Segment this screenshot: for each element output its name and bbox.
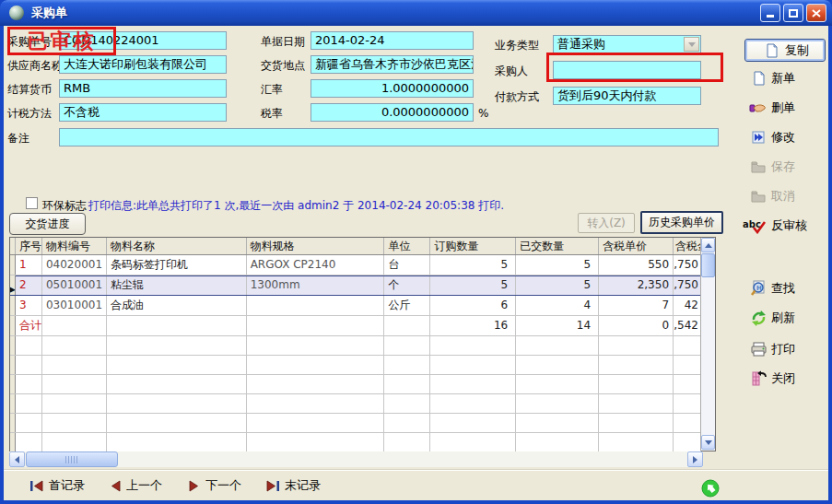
close-button[interactable]	[806, 4, 826, 22]
supplier-label: 供应商名称	[7, 58, 63, 74]
col-header-seq[interactable]: 序号	[16, 238, 42, 254]
price-history-button[interactable]: 历史采购单价	[640, 211, 723, 234]
row-indicator-cell	[10, 316, 16, 335]
last-record-icon	[265, 480, 280, 492]
currency-field[interactable]: RMB	[59, 79, 227, 98]
cell-unit	[384, 316, 430, 335]
supplier-field[interactable]: 大连大诺印刷包装有限公司	[59, 55, 227, 74]
save-button[interactable]: 保存	[748, 157, 795, 177]
print-label: 打印	[771, 341, 795, 357]
transfer-button[interactable]: 转入(Z)	[578, 213, 635, 233]
cancel-icon	[748, 187, 768, 205]
unapprove-button[interactable]: abc 反审核	[743, 216, 807, 236]
row-indicator-cell	[10, 255, 16, 275]
tax-rate-field[interactable]: 0.0000000000	[311, 103, 474, 122]
close-window-button[interactable]: 关闭	[748, 369, 795, 389]
thumb-grip	[65, 456, 78, 463]
col-header-unit[interactable]: 单位	[384, 238, 430, 254]
cancel-label: 取消	[771, 188, 795, 205]
scroll-up-button[interactable]	[701, 238, 715, 252]
doc-date-label: 单据日期	[261, 34, 305, 50]
table-row-selected[interactable]: ▶ 2 05010001 粘尘辊 1300mm 个 5 5 2,350 11,7…	[10, 275, 701, 296]
cell-order-qty: 5	[430, 275, 516, 295]
table-row[interactable]: 3 03010001 合成油 公斤 6 4 7 42	[10, 296, 701, 316]
eco-checkbox[interactable]	[26, 197, 38, 209]
refresh-button[interactable]: 刷新	[748, 308, 795, 328]
horizontal-scroll-thumb[interactable]	[26, 451, 118, 467]
payment-field[interactable]: 货到后90天内付款	[553, 87, 701, 105]
print-info-text: 打印信息:此单总共打印了1 次,最近一次由 admin2 于 2014-02-2…	[88, 198, 504, 214]
minimize-button[interactable]	[760, 4, 780, 22]
copy-button[interactable]: 复制	[744, 39, 826, 62]
table-vertical-scrollbar[interactable]	[700, 238, 715, 451]
tax-method-field[interactable]: 不含税	[59, 103, 227, 122]
exchange-rate-field[interactable]: 1.0000000000	[311, 79, 474, 98]
table-empty-row	[10, 375, 701, 394]
first-record-button[interactable]: 首记录	[29, 477, 85, 494]
refresh-label: 刷新	[771, 310, 795, 326]
new-doc-button[interactable]: 新单	[748, 68, 795, 88]
col-header-order-qty[interactable]: 订购数量	[430, 238, 516, 254]
table-row[interactable]: 1 04020001 条码标签打印机 ARGOX CP2140 台 5 5 55…	[10, 255, 701, 275]
col-header-unit-price[interactable]: 含税单价	[599, 238, 674, 254]
doc-date-field[interactable]: 2014-02-24	[311, 31, 474, 50]
col-header-name[interactable]: 物料名称	[107, 238, 247, 254]
maximize-button[interactable]	[783, 4, 803, 22]
tax-rate-label: 税率	[261, 106, 283, 122]
cell-total-label: 合计	[16, 316, 42, 335]
maximize-icon	[789, 9, 798, 18]
modify-label: 修改	[771, 129, 795, 146]
delete-doc-button[interactable]: 删单	[748, 98, 795, 118]
cell-total-delivered-qty: 14	[516, 316, 599, 335]
cell-total-unit-price: 0	[599, 316, 674, 335]
cell-seq: 2	[16, 275, 42, 295]
cell-unit-price: 7	[599, 296, 674, 315]
approved-stamp: 已审核	[7, 27, 116, 55]
cell-order-qty: 6	[430, 296, 516, 315]
cell-code: 04020001	[42, 255, 107, 275]
row-indicator-cell	[10, 296, 16, 315]
next-record-icon	[188, 480, 201, 492]
cancel-button[interactable]: 取消	[748, 186, 795, 206]
col-header-spec[interactable]: 物料规格	[247, 238, 385, 254]
col-header-amount[interactable]: 含税金额	[674, 238, 701, 254]
new-doc-label: 新单	[771, 70, 795, 87]
delivery-progress-button[interactable]: 交货进度	[9, 213, 86, 235]
exit-door-icon	[748, 369, 768, 388]
cell-delivered-qty: 5	[516, 255, 599, 275]
table-empty-row	[10, 433, 701, 452]
cell-code	[42, 316, 107, 335]
cell-name: 粘尘辊	[107, 275, 247, 295]
arrow-down-icon	[705, 440, 712, 445]
remark-field[interactable]	[59, 128, 719, 147]
next-record-button[interactable]: 下一个	[188, 477, 241, 494]
print-button[interactable]: 打印	[748, 339, 795, 359]
vertical-scroll-thumb[interactable]	[701, 253, 715, 277]
modify-button[interactable]: 修改	[748, 127, 795, 147]
unapprove-icon: abc	[743, 217, 768, 235]
delivery-place-field[interactable]: 新疆省乌鲁木齐市沙依巴克区河滩	[311, 55, 474, 74]
delivery-place-label: 交货地点	[261, 58, 305, 74]
last-record-button[interactable]: 末记录	[265, 477, 321, 494]
new-doc-icon	[748, 69, 768, 88]
scroll-right-button[interactable]	[687, 451, 703, 467]
cell-name: 条码标签打印机	[107, 255, 247, 275]
first-record-icon	[29, 480, 44, 492]
scroll-left-button[interactable]	[9, 451, 25, 467]
save-label: 保存	[771, 158, 795, 175]
table-header-row: 序号 物料编号 物料名称 物料规格 单位 订购数量 已交数量 含税单价 含税金额	[10, 238, 701, 255]
cell-unit: 台	[384, 255, 430, 275]
previous-record-button[interactable]: 上一个	[109, 477, 162, 494]
biz-type-combobox[interactable]: 普通采购	[553, 35, 701, 53]
arrow-right-icon	[693, 456, 697, 463]
cell-amount: 2,750	[674, 255, 701, 275]
items-table: 序号 物料编号 物料名称 物料规格 单位 订购数量 已交数量 含税单价 含税金额…	[9, 237, 716, 451]
chevron-down-icon[interactable]	[684, 37, 699, 52]
table-horizontal-scrollbar[interactable]	[9, 451, 703, 467]
copy-icon	[761, 41, 781, 60]
app-icon	[9, 6, 24, 20]
col-header-code[interactable]: 物料编号	[42, 238, 107, 254]
col-header-delivered-qty[interactable]: 已交数量	[516, 238, 599, 254]
scroll-down-button[interactable]	[701, 435, 715, 450]
find-button[interactable]: H 查找	[748, 278, 795, 299]
